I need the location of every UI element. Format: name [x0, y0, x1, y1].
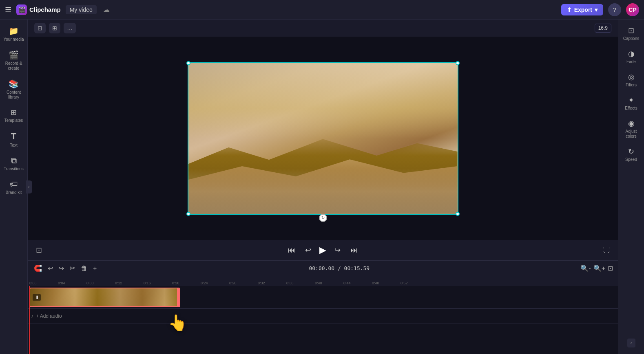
right-item-label: Adjustcolors [626, 129, 637, 139]
left-sidebar: 📁 Your media 🎬 Record &create 📚 Contentl… [0, 20, 28, 354]
logo-icon: 🎬 [16, 4, 27, 15]
skip-to-start-button[interactable]: ⏮ [286, 244, 297, 256]
play-pause-button[interactable]: ▶ [319, 245, 326, 255]
app-logo: 🎬 Clipchamp [16, 4, 61, 15]
cut-button[interactable]: ✂ [69, 263, 76, 273]
your-media-icon: 📁 [9, 26, 19, 36]
center-rotation-handle[interactable]: ↻ [319, 214, 327, 222]
caption-toggle-button[interactable]: ⊡ [36, 246, 42, 255]
crop-button[interactable]: ⊡ [34, 23, 46, 33]
timeline-area: 🧲 ↩ ↪ ✂ 🗑 + 00:00.00 / 00:15.59 🔍- 🔍+ ⊡ [28, 260, 618, 354]
clip-end-handle[interactable] [177, 288, 179, 306]
right-item-adjust-colors[interactable]: ◉ Adjustcolors [620, 116, 643, 142]
ruler-tick: 0:08 [86, 281, 94, 285]
desert-sky [188, 63, 458, 139]
ruler-tick: 0:52 [401, 281, 408, 285]
ruler-tick-container: 0:00 0:04 0:08 0:12 0:16 0:20 0:24 0:28 … [28, 276, 618, 286]
video-preview-area: ↻ [28, 37, 618, 240]
ruler-tick: 0:04 [58, 281, 65, 285]
user-avatar[interactable]: CP [626, 3, 639, 16]
layout-button[interactable]: ⊞ [49, 23, 60, 33]
fade-icon: ◑ [628, 49, 635, 58]
sidebar-item-label: Brand kit [6, 190, 22, 195]
sidebar-item-content-library[interactable]: 📚 Contentlibrary [2, 76, 26, 103]
sidebar-item-label: Text [10, 143, 17, 148]
video-clip[interactable]: ⏸ [29, 288, 180, 307]
right-item-effects[interactable]: ✦ Effects [620, 92, 643, 114]
help-button[interactable]: ? [608, 3, 621, 16]
ruler-tick: 0:44 [343, 281, 351, 285]
zoom-out-button[interactable]: 🔍- [580, 264, 591, 272]
adjust-colors-icon: ◉ [628, 119, 635, 128]
right-item-speed[interactable]: ↻ Speed [620, 144, 643, 165]
timeline-toolbar: 🧲 ↩ ↪ ✂ 🗑 + 00:00.00 / 00:15.59 🔍- 🔍+ ⊡ [28, 261, 618, 276]
save-status-icon: ☁ [103, 6, 110, 13]
playhead-line [29, 286, 30, 354]
playback-controls: ⊡ ⏮ ↩ ▶ ↪ ⏭ ⛶ [28, 240, 618, 260]
sidebar-expand-button[interactable]: › [26, 180, 32, 193]
ruler-tick: 0:36 [286, 281, 294, 285]
add-audio-button[interactable]: + Add audio [36, 313, 62, 319]
record-create-icon: 🎬 [9, 50, 19, 60]
timeline-ruler: 0:00 0:04 0:08 0:12 0:16 0:20 0:24 0:28 … [28, 276, 618, 286]
sidebar-item-text[interactable]: T Text [2, 128, 26, 151]
brand-kit-icon: 🏷 [10, 180, 18, 189]
video-canvas [188, 63, 458, 214]
right-item-captions[interactable]: ⊡ Captions [620, 23, 643, 44]
preview-toolbar-right: 16:9 [595, 24, 611, 33]
transitions-icon: ⧉ [11, 156, 17, 165]
delete-button[interactable]: 🗑 [80, 264, 89, 273]
center-area: ⊡ ⊞ … 16:9 [28, 20, 618, 354]
magnet-tool-button[interactable]: 🧲 [33, 263, 43, 273]
redo-button[interactable]: ↪ [58, 263, 65, 273]
audio-note-icon: ♪ [31, 313, 33, 319]
corner-handle-br[interactable] [456, 212, 460, 216]
sidebar-item-label: Record &create [5, 61, 22, 71]
export-chevron-icon: ▾ [595, 7, 598, 13]
right-item-label: Speed [625, 157, 637, 162]
fullscreen-button[interactable]: ⛶ [603, 246, 610, 254]
undo-button[interactable]: ↩ [46, 263, 54, 273]
timeline-time-display: 00:00.00 / 00:15.59 [101, 265, 577, 271]
ruler-tick: 0:48 [372, 281, 379, 285]
desert-mist [188, 169, 458, 214]
track-video-content: Aerial view of desert ← → ⏸ [29, 288, 180, 307]
speed-icon: ↻ [628, 147, 634, 156]
ruler-tick: 0:16 [144, 281, 151, 285]
sidebar-item-transitions[interactable]: ⧉ Transitions [2, 153, 26, 175]
right-item-filters[interactable]: ◎ Filters [620, 69, 643, 91]
cursor-hand-indicator: 👆 [168, 314, 187, 332]
skip-to-end-button[interactable]: ⏭ [349, 244, 359, 256]
add-clip-button[interactable]: + [92, 264, 98, 273]
zoom-in-button[interactable]: 🔍+ [593, 264, 605, 272]
corner-handle-bl[interactable] [186, 212, 190, 216]
topbar: ☰ 🎬 Clipchamp My video ☁ ⬆ Export ▾ ? CP [0, 0, 644, 20]
more-button[interactable]: … [64, 23, 76, 33]
fit-timeline-button[interactable]: ⊡ [608, 264, 613, 272]
hamburger-menu[interactable]: ☰ [5, 5, 11, 14]
ruler-tick: 0:40 [315, 281, 322, 285]
right-sidebar: ⊡ Captions ◑ Fade ◎ Filters ✦ Effects ◉ … [618, 20, 644, 354]
sidebar-item-record-create[interactable]: 🎬 Record &create [2, 47, 26, 74]
aspect-ratio-badge: 16:9 [595, 24, 611, 33]
rewind-5s-button[interactable]: ↩ [303, 244, 313, 256]
clip-thumbnail [30, 288, 179, 306]
right-item-label: Filters [626, 83, 637, 88]
preview-toolbar: ⊡ ⊞ … 16:9 [28, 20, 618, 37]
corner-handle-tr[interactable] [456, 61, 460, 65]
main-area: 📁 Your media 🎬 Record &create 📚 Contentl… [0, 20, 644, 354]
forward-5s-button[interactable]: ↪ [333, 244, 342, 256]
sidebar-item-label: Templates [4, 118, 23, 123]
right-item-fade[interactable]: ◑ Fade [620, 46, 643, 68]
sidebar-item-your-media[interactable]: 📁 Your media [2, 23, 26, 45]
right-sidebar-collapse-button[interactable]: ‹ [627, 339, 635, 347]
video-title[interactable]: My video [66, 5, 97, 14]
export-button[interactable]: ⬆ Export ▾ [561, 4, 603, 15]
right-item-label: Fade [626, 59, 636, 64]
sidebar-item-templates[interactable]: ⊞ Templates [2, 105, 26, 126]
preview-toolbar-left: ⊡ ⊞ … [34, 23, 76, 33]
audio-track: ♪ + Add audio [28, 309, 618, 323]
filters-icon: ◎ [628, 73, 635, 81]
corner-handle-tl[interactable] [186, 61, 190, 65]
sidebar-item-brand-kit[interactable]: 🏷 Brand kit [2, 176, 26, 198]
